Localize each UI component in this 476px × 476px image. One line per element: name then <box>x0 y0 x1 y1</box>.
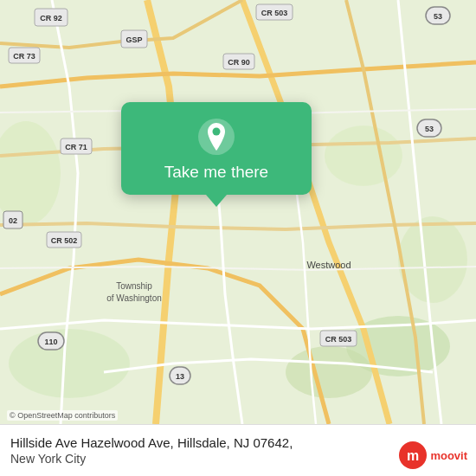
svg-text:Westwood: Westwood <box>306 260 351 270</box>
osm-attribution: © OpenStreetMap contributors <box>7 410 118 421</box>
address-line2: New York City <box>10 451 466 466</box>
moovit-text: moovit <box>430 449 467 462</box>
address-line1: Hillside Ave Hazelwood Ave, Hillsdale, N… <box>10 434 466 452</box>
svg-text:of Washington: of Washington <box>106 293 162 303</box>
svg-text:CR 90: CR 90 <box>228 58 250 67</box>
svg-text:02: 02 <box>9 216 17 225</box>
svg-text:53: 53 <box>425 125 434 133</box>
svg-text:CR 92: CR 92 <box>40 14 62 23</box>
moovit-logo: m moovit <box>399 441 467 469</box>
svg-point-37 <box>213 128 221 136</box>
svg-text:CR 503: CR 503 <box>325 335 352 344</box>
location-pin-icon <box>197 118 235 156</box>
svg-text:CR 503: CR 503 <box>261 9 288 17</box>
svg-text:GSP: GSP <box>125 35 142 44</box>
callout-label: Take me there <box>164 163 268 183</box>
map-svg: CR 92 GSP CR 73 CR 90 CR 503 53 53 CR 71… <box>0 0 476 424</box>
svg-text:13: 13 <box>176 372 184 381</box>
svg-text:53: 53 <box>434 12 442 21</box>
svg-text:m: m <box>407 448 419 463</box>
svg-text:CR 71: CR 71 <box>65 143 87 151</box>
map-container: CR 92 GSP CR 73 CR 90 CR 503 53 53 CR 71… <box>0 0 476 424</box>
svg-point-2 <box>286 346 372 398</box>
svg-text:Township: Township <box>116 281 152 291</box>
moovit-icon: m <box>399 441 427 469</box>
svg-point-3 <box>9 329 130 398</box>
svg-text:CR 73: CR 73 <box>13 52 35 61</box>
svg-text:110: 110 <box>44 338 57 346</box>
svg-text:CR 502: CR 502 <box>51 236 78 245</box>
bottom-bar: Hillside Ave Hazelwood Ave, Hillsdale, N… <box>0 424 476 476</box>
svg-point-6 <box>325 125 402 186</box>
callout-popup[interactable]: Take me there <box>121 102 312 195</box>
